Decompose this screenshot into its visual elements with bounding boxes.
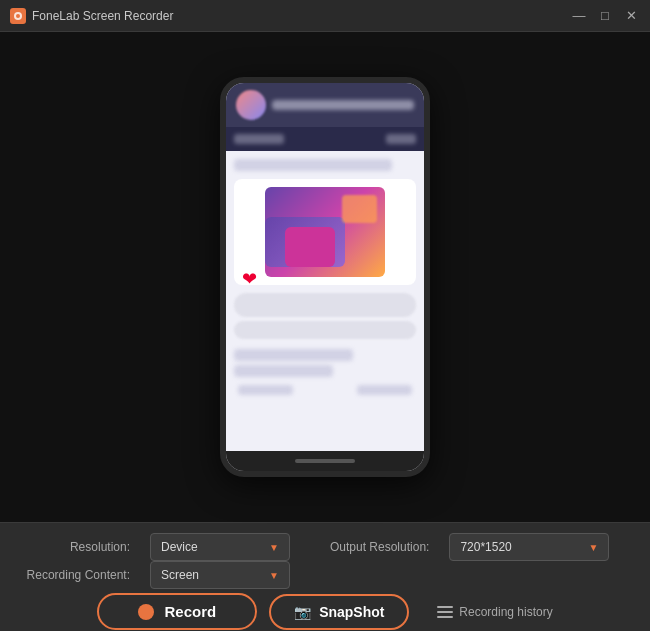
app-title: FoneLab Screen Recorder <box>32 9 173 23</box>
recording-content-arrow: ▼ <box>269 570 279 581</box>
minimize-button[interactable]: — <box>570 7 588 25</box>
blurred-row-3 <box>234 365 333 377</box>
output-resolution-value: 720*1520 <box>460 540 511 554</box>
maximize-button[interactable]: □ <box>596 7 614 25</box>
recording-content-dropdown[interactable]: Screen ▼ <box>150 561 290 589</box>
app-icon <box>10 8 26 24</box>
recording-content-value: Screen <box>161 568 199 582</box>
svg-point-2 <box>16 14 20 18</box>
phone-status-bar <box>226 83 424 127</box>
card-image <box>265 187 385 277</box>
snapshot-label: SnapShot <box>319 604 384 620</box>
phone-footer <box>226 381 424 399</box>
close-button[interactable]: ✕ <box>622 7 640 25</box>
recording-content-label: Recording Content: <box>20 568 130 582</box>
buttons-row: Record 📷 SnapShot Recording history <box>20 593 630 630</box>
hamburger-icon <box>437 606 453 618</box>
resolution-value: Device <box>161 540 198 554</box>
snapshot-button[interactable]: 📷 SnapShot <box>269 594 409 630</box>
output-resolution-label: Output Resolution: <box>330 540 429 554</box>
resolution-arrow: ▼ <box>269 542 279 553</box>
resolution-dropdown[interactable]: Device ▼ <box>150 533 290 561</box>
phone-mockup: ❤ <box>220 77 430 477</box>
phone-buttons <box>234 293 416 339</box>
footer-item-1 <box>238 385 293 395</box>
heart-icon: ❤ <box>242 268 257 290</box>
record-dot-icon <box>138 604 154 620</box>
resolution-label: Resolution: <box>20 540 130 554</box>
footer-item-2 <box>357 385 412 395</box>
phone-username <box>272 100 414 110</box>
title-bar-controls: — □ ✕ <box>570 7 640 25</box>
phone-card: ❤ <box>234 179 416 285</box>
preview-area: ❤ <box>0 32 650 522</box>
blurred-row-2 <box>234 349 353 361</box>
phone-screen: ❤ <box>226 83 424 471</box>
camera-icon: 📷 <box>294 604 311 620</box>
history-label: Recording history <box>459 605 552 619</box>
record-label: Record <box>164 603 216 620</box>
phone-bottom-bar <box>226 451 424 471</box>
home-indicator <box>295 459 355 463</box>
resolution-row: Resolution: Device ▼ Output Resolution: … <box>20 533 630 561</box>
blurred-row-1 <box>234 159 392 171</box>
phone-nav-bar <box>226 127 424 151</box>
record-button[interactable]: Record <box>97 593 257 630</box>
recording-history-button[interactable]: Recording history <box>437 605 552 619</box>
output-resolution-dropdown[interactable]: 720*1520 ▼ <box>449 533 609 561</box>
controls-bar: Resolution: Device ▼ Output Resolution: … <box>0 522 650 631</box>
output-resolution-arrow: ▼ <box>589 542 599 553</box>
phone-avatar <box>236 90 266 120</box>
recording-content-row: Recording Content: Screen ▼ <box>20 561 630 589</box>
title-bar-left: FoneLab Screen Recorder <box>10 8 173 24</box>
title-bar: FoneLab Screen Recorder — □ ✕ <box>0 0 650 32</box>
